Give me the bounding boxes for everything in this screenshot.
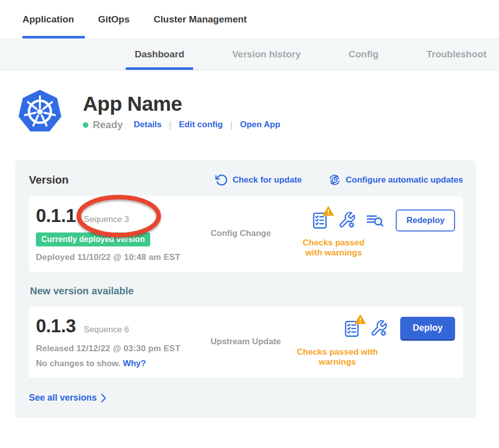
redeploy-button[interactable]: Redeploy xyxy=(396,210,455,231)
link-separator: | xyxy=(230,120,233,130)
ready-status-dot-icon xyxy=(83,122,88,128)
tab-troubleshoot[interactable]: Troubleshoot xyxy=(418,39,496,70)
file-diff-magnifier-icon[interactable] xyxy=(365,211,384,230)
current-sequence-label: Sequence 3 xyxy=(84,215,129,224)
new-version-available-heading: New version available xyxy=(30,285,463,297)
link-separator: | xyxy=(169,120,172,130)
open-app-link[interactable]: Open App xyxy=(240,120,280,130)
tab-application[interactable]: Application xyxy=(22,0,85,38)
primary-nav: Application GitOps Cluster Management xyxy=(0,0,499,38)
version-panel: Version Check for update xyxy=(15,160,476,418)
app-header: App Name Ready Details | Edit config | O… xyxy=(18,88,499,134)
configure-automatic-updates-link[interactable]: Configure automatic updates xyxy=(328,173,463,187)
no-changes-text: No changes to show. xyxy=(36,359,120,368)
tab-cluster-management[interactable]: Cluster Management xyxy=(154,0,258,38)
chevron-right-icon xyxy=(101,394,107,403)
see-all-versions-label: See all versions xyxy=(29,393,97,403)
scheduled-sync-clock-icon xyxy=(328,173,341,187)
why-link[interactable]: Why? xyxy=(123,359,146,368)
configure-automatic-updates-label: Configure automatic updates xyxy=(346,175,463,185)
released-timestamp: Released 12/12/22 @ 03:30 pm EST xyxy=(36,344,211,354)
see-all-versions-link[interactable]: See all versions xyxy=(29,393,107,403)
warning-triangle-icon xyxy=(355,314,366,324)
currently-deployed-badge: Currently deployed version xyxy=(36,232,150,246)
wrench-gear-icon[interactable] xyxy=(338,211,357,230)
kubernetes-logo-icon xyxy=(18,88,62,134)
current-version-number: 0.1.1 xyxy=(36,206,76,226)
new-version-card: 0.1.3 Sequence 6 Released 12/12/22 @ 03:… xyxy=(29,307,463,379)
version-heading: Version xyxy=(29,174,68,187)
version-source-label: Config Change xyxy=(211,228,271,238)
warning-triangle-icon xyxy=(323,206,334,216)
preflight-checks-icon[interactable] xyxy=(310,211,329,230)
preflight-status-text: Checks passed with warnings xyxy=(294,238,455,258)
check-for-update-label: Check for update xyxy=(233,175,302,185)
check-for-update-link[interactable]: Check for update xyxy=(215,174,302,187)
preflight-status-text: Checks passed with warnings xyxy=(294,347,455,367)
tab-gitops[interactable]: GitOps xyxy=(98,0,140,38)
new-version-number: 0.1.3 xyxy=(36,316,76,337)
tab-version-history[interactable]: Version history xyxy=(223,39,309,70)
tab-config[interactable]: Config xyxy=(340,39,388,70)
current-version-card: 0.1.1 Sequence 3 Currently deployed vers… xyxy=(29,197,463,272)
version-source-label: Upstream Update xyxy=(211,337,281,347)
deployed-timestamp: Deployed 11/10/22 @ 10:48 am EST xyxy=(36,252,211,262)
refresh-ccw-icon xyxy=(215,174,228,187)
details-link[interactable]: Details xyxy=(134,120,162,130)
deploy-button[interactable]: Deploy xyxy=(400,317,455,341)
preflight-checks-icon[interactable] xyxy=(342,319,361,338)
tab-dashboard[interactable]: Dashboard xyxy=(126,39,193,70)
app-sub-nav: Dashboard Version history Config Trouble… xyxy=(0,38,499,70)
new-sequence-label: Sequence 6 xyxy=(84,325,129,335)
wrench-gear-icon[interactable] xyxy=(370,319,389,338)
edit-config-link[interactable]: Edit config xyxy=(179,120,223,130)
app-status: Ready xyxy=(93,119,123,131)
page-title: App Name xyxy=(83,92,280,116)
